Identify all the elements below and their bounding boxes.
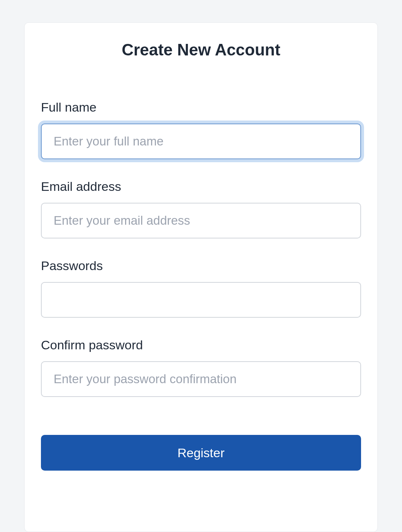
full-name-label: Full name (41, 100, 361, 115)
confirm-password-group: Confirm password (41, 338, 361, 397)
email-input[interactable] (41, 203, 361, 238)
confirm-password-input[interactable] (41, 361, 361, 397)
confirm-password-label: Confirm password (41, 338, 361, 352)
password-label: Passwords (41, 259, 361, 273)
page-title: Create New Account (41, 41, 361, 59)
email-label: Email address (41, 179, 361, 194)
register-button[interactable]: Register (41, 435, 361, 471)
full-name-group: Full name (41, 100, 361, 159)
password-input[interactable] (41, 282, 361, 318)
registration-card: Create New Account Full name Email addre… (24, 22, 378, 532)
full-name-input[interactable] (41, 124, 361, 159)
password-group: Passwords (41, 259, 361, 318)
email-group: Email address (41, 179, 361, 238)
